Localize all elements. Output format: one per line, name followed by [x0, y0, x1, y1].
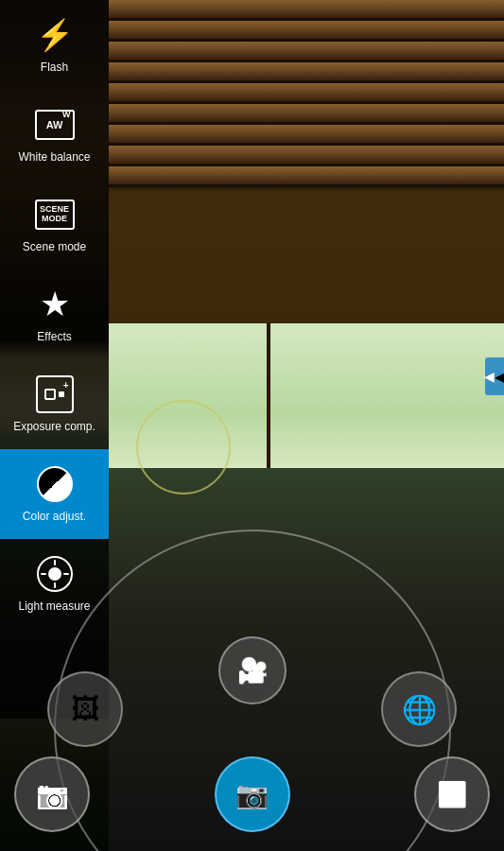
switch-camera-button[interactable]: 🔄	[414, 756, 490, 832]
camera-shutter-icon: 📷	[36, 779, 69, 810]
exposure-icon: +	[35, 374, 75, 414]
color-adjust-icon	[35, 464, 75, 504]
flash-icon: ⚡	[35, 15, 75, 55]
video-record-button[interactable]: 🎥	[218, 636, 287, 704]
effects-icon	[35, 285, 75, 324]
color-adjust-label: Color adjust.	[23, 510, 86, 523]
video-camera-icon: 🎥	[237, 656, 268, 686]
shutter-icon: 📷	[235, 779, 269, 810]
take-photo-button[interactable]: 📷	[14, 756, 90, 832]
gallery-icon: 🖼	[71, 693, 99, 725]
white-balance-label: White balance	[18, 150, 90, 164]
focus-indicator	[136, 400, 231, 495]
light-measure-label: Light measure	[18, 599, 90, 613]
sidebar-item-exposure[interactable]: + Exposure comp.	[0, 359, 109, 449]
exposure-label: Exposure comp.	[13, 420, 96, 433]
arrow-icon: ◀	[495, 368, 505, 386]
scene-symbol: SCENE MODE	[35, 200, 75, 230]
sidebar-item-scene-mode[interactable]: SCENE MODE Scene mode	[0, 180, 109, 269]
light-measure-icon	[35, 554, 75, 594]
sidebar-item-effects[interactable]: Effects	[0, 269, 109, 359]
blinds-area	[109, 0, 504, 357]
shutter-center-button[interactable]: 📷	[215, 756, 290, 832]
panorama-icon: 🌐	[402, 693, 437, 726]
awb-symbol: AW W	[35, 110, 75, 140]
collapse-sidebar-button[interactable]: ◀	[485, 357, 504, 395]
flash-label: Flash	[41, 61, 68, 74]
scene-mode-icon: SCENE MODE	[35, 195, 75, 234]
gallery-button[interactable]: 🖼	[47, 671, 123, 747]
sidebar-item-color-adjust[interactable]: Color adjust.	[0, 449, 109, 539]
white-balance-icon: AW W	[35, 105, 75, 145]
bottom-button-row: 📷 📷 🔄	[0, 756, 504, 832]
bottom-controls: 🖼 🌐 🎥 📷 📷 🔄	[0, 719, 504, 851]
switch-camera-icon: 🔄	[437, 780, 467, 809]
sidebar-item-flash[interactable]: ⚡ Flash	[0, 0, 109, 90]
sidebar-item-white-balance[interactable]: AW W White balance	[0, 90, 109, 180]
panorama-button[interactable]: 🌐	[381, 671, 457, 747]
scene-mode-label: Scene mode	[23, 240, 86, 253]
effects-label: Effects	[37, 330, 71, 343]
